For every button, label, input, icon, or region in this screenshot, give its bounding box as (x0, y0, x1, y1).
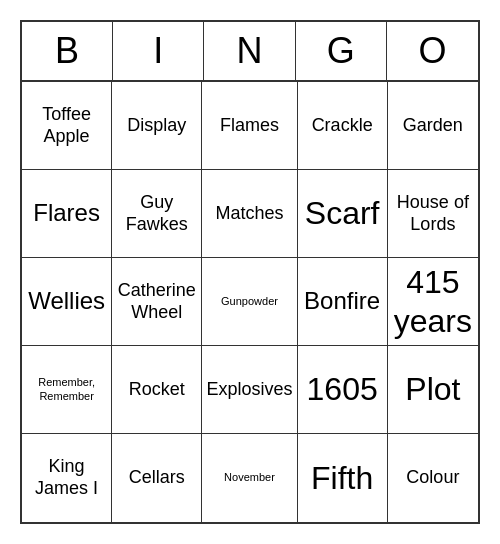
bingo-cell-24: Colour (388, 434, 478, 522)
cell-text-10: Wellies (28, 287, 105, 316)
bingo-cell-5: Flares (22, 170, 112, 258)
cell-text-21: Cellars (129, 467, 185, 489)
cell-text-2: Flames (220, 115, 279, 137)
bingo-cell-15: Remember, Remember (22, 346, 112, 434)
cell-text-0: Toffee Apple (26, 104, 107, 147)
cell-text-8: Scarf (305, 194, 380, 232)
cell-text-14: 415 years (392, 263, 474, 340)
bingo-cell-9: House of Lords (388, 170, 478, 258)
cell-text-18: 1605 (307, 370, 378, 408)
cell-text-5: Flares (33, 199, 100, 228)
bingo-cell-7: Matches (202, 170, 297, 258)
cell-text-13: Bonfire (304, 287, 380, 316)
bingo-cell-4: Garden (388, 82, 478, 170)
bingo-grid: Toffee AppleDisplayFlamesCrackleGardenFl… (22, 82, 478, 522)
bingo-cell-16: Rocket (112, 346, 202, 434)
bingo-cell-14: 415 years (388, 258, 478, 346)
cell-text-19: Plot (405, 370, 460, 408)
cell-text-3: Crackle (312, 115, 373, 137)
bingo-cell-10: Wellies (22, 258, 112, 346)
header-letter-n: N (204, 22, 295, 80)
bingo-cell-6: Guy Fawkes (112, 170, 202, 258)
bingo-cell-22: November (202, 434, 297, 522)
cell-text-1: Display (127, 115, 186, 137)
cell-text-11: Catherine Wheel (116, 280, 197, 323)
bingo-cell-23: Fifth (298, 434, 388, 522)
cell-text-16: Rocket (129, 379, 185, 401)
bingo-header: BINGO (22, 22, 478, 82)
bingo-cell-1: Display (112, 82, 202, 170)
bingo-cell-17: Explosives (202, 346, 297, 434)
bingo-cell-18: 1605 (298, 346, 388, 434)
header-letter-g: G (296, 22, 387, 80)
bingo-cell-21: Cellars (112, 434, 202, 522)
bingo-cell-20: King James I (22, 434, 112, 522)
bingo-cell-11: Catherine Wheel (112, 258, 202, 346)
bingo-cell-3: Crackle (298, 82, 388, 170)
bingo-cell-13: Bonfire (298, 258, 388, 346)
header-letter-b: B (22, 22, 113, 80)
cell-text-6: Guy Fawkes (116, 192, 197, 235)
bingo-cell-12: Gunpowder (202, 258, 297, 346)
cell-text-4: Garden (403, 115, 463, 137)
cell-text-7: Matches (215, 203, 283, 225)
cell-text-9: House of Lords (392, 192, 474, 235)
cell-text-12: Gunpowder (221, 295, 278, 308)
bingo-cell-2: Flames (202, 82, 297, 170)
bingo-cell-0: Toffee Apple (22, 82, 112, 170)
header-letter-i: I (113, 22, 204, 80)
cell-text-17: Explosives (206, 379, 292, 401)
header-letter-o: O (387, 22, 478, 80)
bingo-cell-8: Scarf (298, 170, 388, 258)
cell-text-23: Fifth (311, 459, 373, 497)
bingo-cell-19: Plot (388, 346, 478, 434)
cell-text-20: King James I (26, 456, 107, 499)
cell-text-15: Remember, Remember (26, 376, 107, 402)
bingo-card: BINGO Toffee AppleDisplayFlamesCrackleGa… (20, 20, 480, 524)
cell-text-22: November (224, 471, 275, 484)
cell-text-24: Colour (406, 467, 459, 489)
